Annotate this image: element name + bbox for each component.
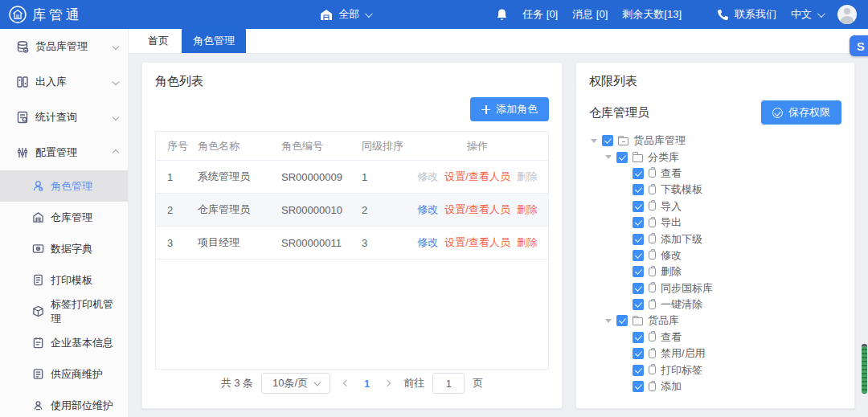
- tree-node[interactable]: 打印标签: [589, 362, 841, 378]
- checkbox-checked[interactable]: [616, 315, 628, 326]
- checkbox-checked[interactable]: [633, 348, 644, 359]
- caret-down-icon[interactable]: [605, 155, 612, 159]
- chevron-right-icon: [384, 380, 391, 386]
- bell-icon[interactable]: [496, 8, 508, 21]
- table-row: 3 项目经理 SR00000011 3 修改设置/查看人员删除: [156, 227, 548, 260]
- modify-action[interactable]: 修改: [417, 236, 438, 248]
- sidebar-item-data-dictionary[interactable]: 数据字典: [0, 233, 128, 264]
- goto-page-input[interactable]: [432, 373, 465, 394]
- tree-node[interactable]: 导出: [589, 215, 841, 231]
- tree-node-label: 货品库管理: [633, 133, 686, 148]
- permission-tag-icon: [649, 169, 656, 178]
- sidebar-item-label: 角色管理: [51, 179, 92, 194]
- tree-node[interactable]: 货品库: [589, 313, 841, 329]
- page-size-select[interactable]: 10条/页: [261, 373, 330, 394]
- delete-action[interactable]: 删除: [517, 236, 538, 248]
- sidebar-item-label: 仓库管理: [51, 211, 92, 225]
- sidebar-item-in-out[interactable]: 出入库: [0, 64, 128, 100]
- sidebar-item-label-printer[interactable]: 标签打印机管理: [0, 296, 128, 327]
- tree-node[interactable]: 查看: [589, 329, 841, 345]
- cell-sort: 2: [362, 204, 407, 216]
- checkbox-checked[interactable]: [633, 332, 644, 343]
- usage-part-icon: [32, 399, 44, 411]
- messages-counter[interactable]: 消息 [0]: [572, 7, 608, 22]
- modify-action[interactable]: 修改: [417, 203, 438, 215]
- scope-selector[interactable]: 全部: [320, 7, 371, 22]
- scope-label: 全部: [338, 7, 359, 22]
- brand[interactable]: 库管通: [8, 5, 83, 24]
- warehouse-icon: [320, 9, 333, 21]
- sidebar-item-warehouse-management[interactable]: 仓库管理: [0, 202, 128, 233]
- caret-down-icon[interactable]: [605, 319, 612, 323]
- user-avatar[interactable]: [837, 5, 857, 24]
- checkbox-checked[interactable]: [633, 283, 644, 294]
- language-selector[interactable]: 中文: [791, 7, 823, 22]
- sidebar-item-role-management[interactable]: 角色管理: [0, 170, 128, 202]
- tasks-counter[interactable]: 任务 [0]: [522, 7, 558, 22]
- sidebar-item-goods-library[interactable]: 货品库管理: [0, 29, 128, 64]
- checkbox-checked[interactable]: [633, 381, 644, 392]
- checkbox-checked[interactable]: [633, 250, 644, 261]
- tree-node[interactable]: 同步国标库: [589, 280, 841, 296]
- brand-name: 库管通: [32, 6, 83, 24]
- plus-icon: [481, 105, 490, 114]
- checkbox-checked[interactable]: [633, 184, 644, 195]
- tree-node[interactable]: 禁用/启用: [589, 345, 841, 362]
- delete-action: 删除: [517, 170, 538, 182]
- sidebar-item-print-template[interactable]: 打印模板: [0, 264, 128, 296]
- sidebar-item-supplier[interactable]: 供应商维护: [0, 358, 128, 390]
- cell-role-name: 项目经理: [198, 235, 281, 250]
- tab-role-management[interactable]: 角色管理: [182, 29, 246, 53]
- tree-node[interactable]: 添加: [589, 378, 841, 395]
- checkbox-checked[interactable]: [602, 135, 613, 146]
- chevron-down-icon: [314, 379, 321, 386]
- set-view-personnel-action[interactable]: 设置/查看人员: [444, 170, 510, 182]
- checkbox-checked[interactable]: [633, 168, 644, 179]
- contact-us[interactable]: 联系我们: [717, 7, 776, 22]
- tree-node[interactable]: 删除: [589, 264, 841, 280]
- tree-node-label: 分类库: [648, 150, 679, 165]
- set-view-personnel-action[interactable]: 设置/查看人员: [444, 203, 510, 215]
- sidebar-item-company-info[interactable]: 企业基本信息: [0, 327, 128, 358]
- sidebar-item-statistics[interactable]: 统计查询: [0, 100, 128, 135]
- caret-down-icon[interactable]: [591, 139, 597, 143]
- checkbox-checked[interactable]: [633, 234, 644, 245]
- tree-node[interactable]: 修改: [589, 247, 841, 264]
- permission-tag-icon: [649, 235, 656, 243]
- tree-node[interactable]: 一键清除: [589, 296, 841, 313]
- col-header: 角色名称: [198, 139, 281, 153]
- table-header-row: 序号 角色名称 角色编号 同级排序 操作: [156, 132, 548, 161]
- checkbox-checked[interactable]: [633, 266, 644, 277]
- cell-sort: 1: [362, 171, 407, 183]
- prev-page-button[interactable]: [338, 381, 354, 386]
- tree-node[interactable]: 分类库: [589, 149, 841, 165]
- set-view-personnel-action[interactable]: 设置/查看人员: [444, 236, 510, 248]
- checkbox-checked[interactable]: [616, 152, 628, 163]
- checkbox-checked[interactable]: [633, 365, 644, 376]
- tab-home[interactable]: 首页: [137, 29, 180, 53]
- tree-node[interactable]: 查看: [589, 166, 841, 182]
- extension-badge[interactable]: S: [850, 35, 868, 56]
- sidebar-item-configuration[interactable]: 配置管理: [0, 135, 128, 170]
- tree-node[interactable]: 导入: [589, 198, 841, 215]
- tree-node[interactable]: 添加下级: [589, 231, 841, 247]
- page-number[interactable]: 1: [362, 378, 371, 390]
- add-role-button[interactable]: 添加角色: [470, 97, 549, 121]
- checkbox-checked[interactable]: [633, 217, 644, 228]
- table-row: 1 系统管理员 SR00000009 1 修改设置/查看人员删除: [156, 161, 548, 194]
- checkbox-checked[interactable]: [633, 299, 644, 310]
- role-list-title: 角色列表: [155, 74, 549, 89]
- chevron-left-icon: [343, 380, 350, 386]
- save-permissions-button[interactable]: 保存权限: [761, 100, 841, 125]
- tree-node-label: 货品库: [648, 313, 679, 328]
- scrollbar-thumb[interactable]: [862, 346, 867, 394]
- tree-node-label: 禁用/启用: [661, 346, 706, 361]
- tree-node[interactable]: 货品库管理: [589, 133, 841, 149]
- tree-node-label: 删除: [661, 264, 682, 279]
- sidebar-item-usage-part[interactable]: 使用部位维护: [0, 390, 128, 417]
- next-page-button[interactable]: [379, 381, 395, 386]
- page-size-value: 10条/页: [272, 376, 308, 390]
- checkbox-checked[interactable]: [633, 201, 644, 212]
- delete-action[interactable]: 删除: [517, 203, 538, 215]
- tree-node[interactable]: 下载模板: [589, 182, 841, 198]
